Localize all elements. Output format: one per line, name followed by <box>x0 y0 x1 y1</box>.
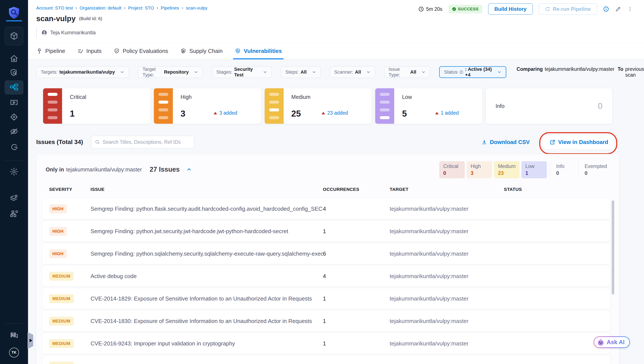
card-high[interactable]: High 3 3 added <box>154 88 261 124</box>
tab-pipeline[interactable]: Pipeline <box>36 43 65 59</box>
kebab-menu-icon[interactable] <box>627 6 633 12</box>
shield-scan-icon[interactable] <box>10 68 18 77</box>
sidebar-item-pipelines-active[interactable] <box>4 80 24 95</box>
rerun-pipeline-button[interactable]: Re-run Pipeline <box>539 4 597 15</box>
card-low[interactable]: Low 5 1 added <box>375 88 482 124</box>
title-row: scan-vulpy (Build Id: 6) <box>36 14 102 23</box>
breadcrumb-project[interactable]: Project: STO <box>128 6 154 11</box>
collapse-chevron-up-icon[interactable] <box>186 167 192 172</box>
page-title: scan-vulpy <box>36 14 76 23</box>
breadcrumb-pipelines[interactable]: Pipelines <box>161 6 179 11</box>
table-row[interactable]: HIGH Semgrep Finding: python.jwt.securit… <box>42 221 610 242</box>
severity-summary-chips: Critical0 High3 Medium23 Low1 Info0 Exem… <box>437 161 611 178</box>
tab-policy-evaluations[interactable]: Policy Evaluations <box>114 43 168 59</box>
card-medium[interactable]: Medium 25 23 added <box>265 88 372 124</box>
pipeline-icon <box>36 48 42 54</box>
sidebar-divider <box>4 160 24 160</box>
logo-underline <box>6 20 22 21</box>
sto-logo[interactable] <box>7 6 21 20</box>
delta-added: 3 added <box>214 110 237 116</box>
external-link-icon <box>550 139 556 145</box>
chevron-down-icon <box>497 70 502 74</box>
sidebar-bottom-divider <box>4 323 24 324</box>
severity-badge: HIGH <box>49 205 67 213</box>
gitops-icon[interactable] <box>10 142 18 151</box>
filter-status[interactable]: Status : Active (34) +4 <box>439 66 506 78</box>
chip-exempted: Exempted0 <box>578 161 611 178</box>
filter-stages[interactable]: Stages:Security Test <box>212 66 272 78</box>
chevron-down-icon <box>312 70 316 74</box>
author-name: Teja Kummarikuntla <box>50 30 96 36</box>
view-in-dashboard-button[interactable]: View in Dashboard <box>543 136 615 149</box>
card-critical[interactable]: Critical 1 <box>43 88 150 124</box>
filter-targets[interactable]: Targets:tejakummarikuntla/vulpy <box>36 66 129 78</box>
table-row[interactable]: MEDIUM CVE-2016-9243: Improper input val… <box>42 333 610 354</box>
search-input[interactable] <box>102 139 190 145</box>
filter-issue-type[interactable]: Issue Type:All <box>384 66 430 78</box>
home-icon[interactable] <box>10 54 18 63</box>
issues-count: 27 Issues <box>150 165 180 173</box>
severity-badge: MEDIUM <box>49 339 74 348</box>
table-row[interactable]: HIGH Semgrep Finding: python.flask.secur… <box>42 199 610 219</box>
org-settings-icon[interactable] <box>10 209 18 218</box>
author-row: Teja Kummarikuntla <box>36 27 96 38</box>
sidebar-expand-handle[interactable] <box>28 332 33 349</box>
target-icon[interactable] <box>10 112 18 122</box>
breadcrumb-organization[interactable]: Organization: default <box>80 6 121 11</box>
chip-critical: Critical0 <box>439 161 465 178</box>
person-icon <box>42 30 47 36</box>
chevron-down-icon <box>421 70 426 74</box>
breadcrumb-current[interactable]: scan-vulpy <box>186 6 207 11</box>
inputs-icon <box>77 48 84 54</box>
severity-gauge-icon <box>154 88 173 124</box>
module-selector-cube-icon[interactable] <box>5 27 23 45</box>
search-icon <box>95 139 100 145</box>
breadcrumb-account[interactable]: Account: STO test <box>36 6 73 11</box>
build-duration: 5m 20s <box>418 6 442 12</box>
tab-bar: Pipeline Inputs Policy Evaluations Suppl… <box>36 43 282 59</box>
help-chat-icon[interactable]: ? <box>9 331 19 340</box>
vertical-scrollbar-thumb[interactable] <box>612 200 614 294</box>
check-circle-icon <box>452 7 456 11</box>
settings-gear-icon[interactable] <box>10 167 18 176</box>
executions-icon[interactable] <box>10 98 18 107</box>
table-row[interactable]: HIGH Semgrep Finding: python.sqlalchemy.… <box>42 243 610 264</box>
tab-vulnerabilities[interactable]: Vulnerabilities <box>235 43 282 59</box>
severity-cards: Critical 1 High 3 3 added Medium 25 23 a… <box>43 88 612 124</box>
table-row[interactable]: MEDIUM CVE-2014-1829: Exposure of Sensit… <box>42 288 610 309</box>
chip-info: Info0 <box>550 161 575 178</box>
issues-group-header: Only in tejakummarikuntla/vulpy:master 2… <box>46 165 192 173</box>
edit-pencil-icon[interactable] <box>615 6 621 12</box>
user-avatar[interactable]: TK <box>9 347 19 357</box>
table-row[interactable]: MEDIUM CVE-2014-1830: Exposure of Sensit… <box>42 311 610 331</box>
filter-scanner[interactable]: Scanner:All <box>330 66 375 78</box>
build-history-button[interactable]: Build History <box>488 4 533 15</box>
chevron-down-icon <box>366 70 370 74</box>
eye-slash-icon[interactable] <box>10 127 18 136</box>
layers-settings-icon[interactable] <box>10 194 18 203</box>
download-icon <box>482 139 487 145</box>
shield-search-icon <box>235 48 241 54</box>
tab-inputs[interactable]: Inputs <box>77 43 102 59</box>
issues-rows: HIGH Semgrep Finding: python.flask.secur… <box>42 199 610 364</box>
severity-badge: MEDIUM <box>49 362 74 364</box>
breadcrumb-separator: › <box>76 5 77 11</box>
clock-icon <box>418 6 424 12</box>
table-row[interactable]: MEDIUM Active debug code 4 tejakummariku… <box>42 266 610 286</box>
filter-target-type[interactable]: Target Type:Repository <box>138 66 202 78</box>
breadcrumb-separator: › <box>124 5 126 11</box>
issues-toolbar: Issues (Total 34) Download CSV View in D… <box>36 135 615 149</box>
tab-supply-chain[interactable]: Supply Chain <box>180 43 223 59</box>
chevron-down-icon <box>120 70 124 74</box>
chip-high: High3 <box>466 161 492 178</box>
severity-badge: MEDIUM <box>49 294 74 303</box>
breadcrumb-separator: › <box>156 5 158 11</box>
info-icon[interactable] <box>603 6 609 12</box>
ask-ai-button[interactable]: Ask AI <box>594 336 630 348</box>
card-info[interactable]: Info 0 <box>486 88 612 124</box>
filter-steps[interactable]: Steps:All <box>281 66 321 78</box>
severity-gauge-icon <box>375 88 394 124</box>
svg-text:?: ? <box>12 332 14 336</box>
download-csv-button[interactable]: Download CSV <box>482 139 530 145</box>
table-row[interactable]: MEDIUM <box>42 355 610 364</box>
